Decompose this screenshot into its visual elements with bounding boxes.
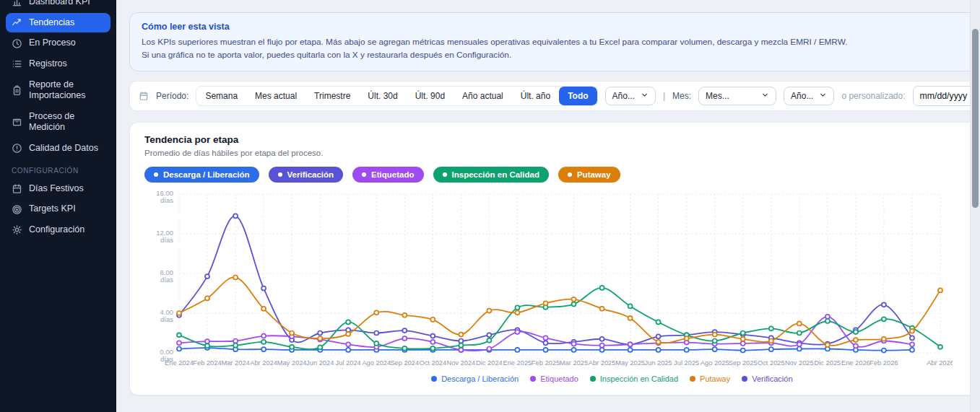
scrollbar-thumb[interactable] bbox=[972, 29, 979, 208]
info-banner-line1: Los KPIs superiores muestran el flujo po… bbox=[142, 35, 980, 48]
legend-item-etiquetado[interactable]: Etiquetado bbox=[530, 374, 578, 383]
vertical-scrollbar[interactable] bbox=[970, 0, 980, 412]
legend-label: Inspección en Calidad bbox=[600, 374, 678, 383]
sidebar-item-configuracion[interactable]: Configuración bbox=[6, 220, 110, 240]
data-point bbox=[459, 338, 463, 343]
pill-label: Inspección en Calidad bbox=[452, 170, 539, 179]
data-point bbox=[177, 311, 181, 315]
series-pill-inspeccion-en-calidad[interactable]: Inspección en Calidad bbox=[433, 167, 549, 183]
data-point bbox=[882, 317, 886, 321]
pill-label: Etiquetado bbox=[371, 170, 414, 179]
series-pill-etiquetado[interactable]: Etiquetado bbox=[352, 167, 423, 183]
sidebar-item-registros[interactable]: Registros bbox=[6, 54, 110, 74]
data-point bbox=[685, 336, 689, 341]
data-point bbox=[515, 347, 519, 351]
sidebar-config-list: Días FestivosTargets KPIConfiguración bbox=[6, 179, 110, 240]
clipboard-icon bbox=[12, 85, 22, 96]
data-point bbox=[430, 339, 435, 343]
pill-dot bbox=[154, 172, 158, 177]
clock-icon bbox=[12, 38, 22, 49]
legend-item-descarga-liberacion[interactable]: Descarga / Liberación bbox=[431, 374, 519, 383]
trend-line-chart: 0.00días4.00días8.00días12.00días16.00dí… bbox=[144, 188, 953, 373]
data-point bbox=[685, 347, 689, 351]
chart-legend: Descarga / LiberaciónEtiquetadoInspecció… bbox=[144, 374, 980, 383]
data-point bbox=[854, 338, 858, 342]
data-point bbox=[290, 330, 294, 335]
data-point bbox=[656, 334, 661, 338]
sidebar-item-dias-festivos[interactable]: Días Festivos bbox=[6, 179, 110, 199]
data-point bbox=[797, 330, 802, 335]
data-point bbox=[854, 343, 858, 348]
month-select[interactable]: Mes... bbox=[698, 87, 776, 105]
sidebar-item-dashboard-kpi[interactable]: Dashboard KPI bbox=[6, 0, 110, 12]
series-pill-verificacion[interactable]: Verificación bbox=[269, 167, 344, 183]
data-point bbox=[346, 320, 350, 324]
sidebar-item-en-proceso[interactable]: En Proceso bbox=[6, 33, 110, 53]
sidebar-item-targets-kpi[interactable]: Targets KPI bbox=[6, 199, 110, 219]
sidebar-section-label: CONFIGURACIÓN bbox=[6, 159, 110, 179]
data-point bbox=[600, 306, 604, 310]
sidebar-item-label: En Proceso bbox=[29, 38, 76, 49]
data-point bbox=[233, 275, 238, 279]
data-point bbox=[374, 310, 378, 315]
pill-dot bbox=[362, 172, 366, 177]
y-axis-labels: 0.00días4.00días8.00días12.00días16.00dí… bbox=[156, 189, 173, 363]
svg-text:Ago 2024: Ago 2024 bbox=[362, 359, 391, 367]
calendar-icon bbox=[12, 183, 22, 194]
sidebar-item-label: Reporte de Importaciones bbox=[29, 79, 105, 102]
data-point bbox=[430, 333, 435, 338]
data-point bbox=[825, 343, 830, 347]
data-point bbox=[910, 342, 914, 346]
period-preset-trimestre[interactable]: Trimestre bbox=[305, 87, 359, 105]
info-banner-title: Cómo leer esta vista bbox=[142, 22, 980, 32]
legend-item-inspeccion-en-calidad[interactable]: Inspección en Calidad bbox=[590, 374, 678, 383]
filter-divider: | bbox=[663, 91, 665, 101]
sidebar-nav-list: Dashboard KPITendenciasEn ProcesoRegistr… bbox=[6, 0, 110, 159]
year-select-2[interactable]: Año... bbox=[784, 87, 834, 105]
period-preset-mes-actual[interactable]: Mes actual bbox=[246, 87, 305, 105]
data-point bbox=[515, 310, 519, 315]
period-preset-semana[interactable]: Semana bbox=[196, 87, 246, 105]
legend-item-verificacion[interactable]: Verificación bbox=[742, 374, 792, 383]
svg-text:Abr 2024: Abr 2024 bbox=[250, 359, 277, 367]
data-point bbox=[572, 297, 576, 301]
data-point bbox=[261, 347, 266, 351]
year-select-1[interactable]: Año... bbox=[605, 87, 656, 105]
data-point bbox=[600, 336, 604, 341]
period-preset-ult-90d[interactable]: Últ. 90d bbox=[407, 87, 454, 105]
period-preset-ult-30d[interactable]: Últ. 30d bbox=[359, 87, 406, 105]
data-point bbox=[374, 330, 378, 335]
data-point bbox=[572, 347, 576, 351]
data-point bbox=[572, 341, 576, 346]
series-toggle-pills: Descarga / LiberaciónVerificaciónEtiquet… bbox=[144, 167, 980, 183]
data-point bbox=[910, 328, 914, 333]
sidebar: Dashboard KPITendenciasEn ProcesoRegistr… bbox=[0, 0, 116, 412]
data-point bbox=[402, 312, 407, 317]
series-pill-putaway[interactable]: Putaway bbox=[558, 167, 620, 183]
data-point bbox=[459, 347, 463, 351]
info-banner-line2: Si una gráfica no te aporta valor, puede… bbox=[142, 48, 980, 61]
sidebar-item-reporte-de-importaciones[interactable]: Reporte de Importaciones bbox=[6, 75, 110, 106]
data-point bbox=[713, 332, 717, 336]
sidebar-item-proceso-de-medicion[interactable]: Proceso de Medición bbox=[6, 107, 110, 138]
data-point bbox=[854, 330, 858, 334]
data-point bbox=[572, 302, 576, 306]
period-preset-group: SemanaMes actualTrimestreÚlt. 30dÚlt. 90… bbox=[196, 86, 597, 106]
pill-dot bbox=[568, 172, 572, 177]
series-pill-descarga-liberacion[interactable]: Descarga / Liberación bbox=[144, 167, 259, 183]
period-preset-todo[interactable]: Todo bbox=[559, 87, 597, 105]
sidebar-item-label: Días Festivos bbox=[29, 183, 84, 195]
svg-text:Sep 2024: Sep 2024 bbox=[390, 359, 419, 367]
data-point bbox=[261, 306, 266, 310]
data-point bbox=[544, 347, 548, 351]
period-preset-ano-actual[interactable]: Año actual bbox=[454, 87, 512, 105]
legend-dot bbox=[431, 376, 437, 382]
month-label: Mes: bbox=[672, 91, 691, 101]
legend-item-putaway[interactable]: Putaway bbox=[690, 374, 730, 383]
period-preset-ult-ano[interactable]: Últ. año bbox=[512, 87, 559, 105]
sidebar-item-calidad-de-datos[interactable]: Calidad de Datos bbox=[6, 139, 110, 159]
x-axis-labels: Ene 2024Feb 2024Mar 2024Abr 2024May 2024… bbox=[165, 359, 953, 367]
data-point bbox=[177, 346, 181, 351]
data-point bbox=[882, 302, 886, 307]
sidebar-item-tendencias[interactable]: Tendencias bbox=[6, 13, 110, 33]
